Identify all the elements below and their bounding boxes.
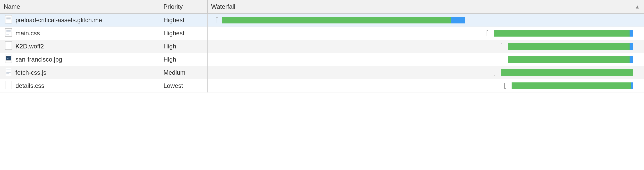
waterfall-tail-segment [630,56,633,63]
priority-label: Lowest [164,82,183,89]
waterfall-tail-segment [630,30,633,37]
waterfall-download-segment [508,43,630,50]
cell-waterfall [207,27,644,40]
waterfall-queue-tick [501,57,502,62]
column-label: Waterfall [211,3,235,10]
waterfall-download-segment [494,30,630,37]
table-header-row: Name Priority Waterfall ▲ [0,0,644,13]
cell-name: details.css [0,79,160,92]
priority-label: High [164,43,176,50]
waterfall-download-segment [501,69,633,76]
image-file-icon [5,55,12,64]
waterfall-download-segment [512,82,631,89]
waterfall-bar[interactable] [211,16,641,24]
sort-ascending-icon: ▲ [635,4,640,10]
table-row[interactable]: K2D.woff2High [0,40,644,53]
waterfall-download-segment [508,56,630,63]
svg-rect-0 [5,15,12,23]
cell-waterfall [207,53,644,66]
svg-rect-13 [6,60,11,61]
cell-name: san-francisco.jpg [0,53,160,66]
waterfall-bar[interactable] [211,82,641,90]
table-body: preload-critical-assets.glitch.meHighest… [0,13,644,92]
document-file-icon [5,28,12,38]
cell-name: fetch-css.js [0,66,160,79]
waterfall-queue-tick [504,83,506,89]
cell-waterfall [207,66,644,79]
file-name-label: san-francisco.jpg [15,56,62,63]
waterfall-download-segment [222,17,451,23]
column-header-waterfall[interactable]: Waterfall ▲ [207,0,644,13]
file-name-label: K2D.woff2 [15,43,44,50]
table-row[interactable]: preload-critical-assets.glitch.meHighest [0,13,644,27]
column-label: Priority [164,3,183,10]
cell-name: main.css [0,27,160,40]
waterfall-bar[interactable] [211,56,641,63]
waterfall-queue-tick [487,30,488,36]
svg-rect-20 [5,81,12,89]
svg-rect-10 [5,41,12,49]
column-header-priority[interactable]: Priority [160,0,207,13]
column-header-name[interactable]: Name [0,0,160,13]
table-row[interactable]: fetch-css.jsMedium [0,66,644,79]
cell-name: K2D.woff2 [0,40,160,53]
table-row[interactable]: main.cssHighest [0,27,644,40]
cell-priority: Lowest [160,79,207,92]
waterfall-queue-tick [501,44,502,49]
svg-rect-15 [5,68,12,76]
waterfall-tail-segment [451,17,465,23]
blank-file-icon [5,41,12,51]
file-name-label: fetch-css.js [15,69,46,76]
cell-priority: High [160,53,207,66]
cell-waterfall [207,13,644,27]
priority-label: High [164,56,176,63]
column-label: Name [4,3,20,10]
priority-label: Highest [164,16,184,23]
cell-priority: High [160,40,207,53]
waterfall-bar[interactable] [211,42,641,50]
file-name-label: details.css [15,82,44,89]
file-name-label: preload-critical-assets.glitch.me [15,16,102,24]
waterfall-bar[interactable] [211,69,641,76]
waterfall-queue-tick [494,70,495,75]
cell-priority: Highest [160,13,207,27]
cell-name: preload-critical-assets.glitch.me [0,13,160,27]
waterfall-queue-tick [216,17,218,23]
network-table: Name Priority Waterfall ▲ preload-critic… [0,0,644,92]
priority-label: Highest [164,30,184,37]
cell-priority: Highest [160,27,207,40]
svg-rect-5 [5,28,12,36]
table-row[interactable]: details.cssLowest [0,79,644,92]
cell-priority: Medium [160,66,207,79]
file-name-label: main.css [15,30,40,37]
blank-file-icon [5,81,12,91]
document-file-icon [5,15,12,25]
waterfall-tail-segment [630,43,633,50]
waterfall-bar[interactable] [211,29,641,37]
document-file-icon [5,68,12,78]
table-row[interactable]: san-francisco.jpgHigh [0,53,644,66]
cell-waterfall [207,79,644,92]
cell-waterfall [207,40,644,53]
priority-label: Medium [164,69,185,76]
waterfall-tail-segment [631,82,633,89]
